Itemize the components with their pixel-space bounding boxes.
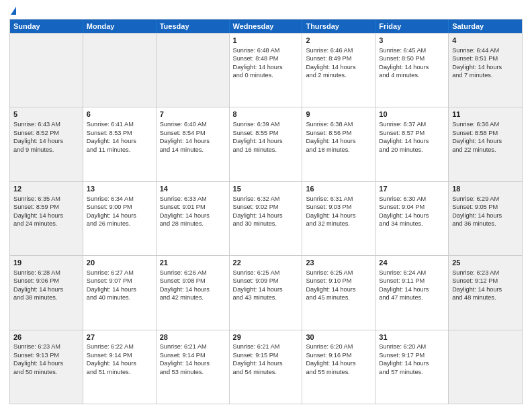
- day-number: 5: [13, 109, 79, 120]
- cal-cell: 13Sunrise: 6:34 AMSunset: 9:00 PMDayligh…: [83, 182, 157, 255]
- cell-info-line: and 45 minutes.: [306, 293, 371, 302]
- cell-info-line: Daylight: 14 hours: [160, 285, 226, 293]
- cell-info-line: and 18 minutes.: [306, 146, 371, 154]
- day-number: 8: [233, 109, 299, 120]
- cell-info-line: Sunrise: 6:24 AM: [379, 269, 445, 277]
- cell-info-line: Sunset: 9:16 PM: [306, 351, 371, 359]
- cell-info-line: Sunrise: 6:43 AM: [13, 120, 79, 128]
- cell-info-line: Daylight: 14 hours: [379, 63, 445, 71]
- cell-info-line: Sunrise: 6:41 AM: [87, 120, 152, 128]
- cell-info-line: and 2 minutes.: [306, 71, 371, 79]
- cell-info-line: Daylight: 14 hours: [13, 285, 79, 293]
- calendar-header: SundayMondayTuesdayWednesdayThursdayFrid…: [10, 19, 522, 33]
- cell-info-line: and 53 minutes.: [160, 368, 226, 376]
- day-number: 18: [452, 184, 519, 194]
- cal-cell: 11Sunrise: 6:36 AMSunset: 8:58 PMDayligh…: [449, 107, 522, 181]
- cal-row-1: 5Sunrise: 6:43 AMSunset: 8:52 PMDaylight…: [10, 107, 522, 181]
- cell-info-line: Daylight: 14 hours: [13, 212, 79, 220]
- cell-info-line: Sunrise: 6:25 AM: [233, 269, 299, 277]
- cell-info-line: Daylight: 14 hours: [306, 359, 371, 367]
- cell-info-line: Daylight: 14 hours: [160, 137, 226, 145]
- page: SundayMondayTuesdayWednesdayThursdayFrid…: [0, 0, 532, 411]
- cell-info-line: Daylight: 14 hours: [306, 137, 371, 145]
- cell-info-line: Sunset: 8:48 PM: [233, 54, 299, 62]
- cell-info-line: and 32 minutes.: [306, 220, 371, 228]
- cell-info-line: Sunset: 8:50 PM: [379, 54, 445, 62]
- day-number: 26: [13, 332, 79, 342]
- cell-info-line: Sunset: 9:15 PM: [233, 351, 299, 359]
- cell-info-line: Daylight: 14 hours: [13, 359, 79, 367]
- cell-info-line: Daylight: 14 hours: [87, 285, 152, 293]
- cell-info-line: and 38 minutes.: [13, 293, 79, 302]
- cal-row-4: 26Sunrise: 6:23 AMSunset: 9:13 PMDayligh…: [10, 330, 522, 404]
- day-number: 20: [87, 258, 152, 268]
- cell-info-line: and 30 minutes.: [233, 220, 299, 228]
- cell-info-line: Daylight: 14 hours: [233, 285, 299, 293]
- cal-cell: 26Sunrise: 6:23 AMSunset: 9:13 PMDayligh…: [10, 330, 83, 404]
- cell-info-line: and 36 minutes.: [452, 220, 519, 228]
- cell-info-line: Sunset: 9:02 PM: [233, 203, 299, 211]
- cell-info-line: Sunset: 9:07 PM: [87, 277, 152, 285]
- cell-info-line: Sunset: 8:57 PM: [379, 129, 445, 137]
- cell-info-line: and 48 minutes.: [452, 293, 519, 302]
- cal-cell: 21Sunrise: 6:26 AMSunset: 9:08 PMDayligh…: [157, 256, 230, 329]
- cell-info-line: and 54 minutes.: [233, 368, 299, 376]
- cell-info-line: Sunset: 9:06 PM: [13, 277, 79, 285]
- day-number: 6: [87, 109, 152, 120]
- cell-info-line: and 28 minutes.: [160, 220, 226, 228]
- cal-cell: 22Sunrise: 6:25 AMSunset: 9:09 PMDayligh…: [230, 256, 303, 329]
- day-number: 29: [233, 332, 299, 342]
- calendar: SundayMondayTuesdayWednesdayThursdayFrid…: [9, 19, 523, 404]
- header-day-friday: Friday: [375, 19, 449, 33]
- cal-cell: 8Sunrise: 6:39 AMSunset: 8:55 PMDaylight…: [230, 107, 303, 181]
- cell-info-line: and 4 minutes.: [379, 71, 445, 79]
- cal-cell: 23Sunrise: 6:25 AMSunset: 9:10 PMDayligh…: [302, 256, 375, 329]
- cell-info-line: Daylight: 14 hours: [379, 285, 445, 293]
- cell-info-line: Sunset: 9:11 PM: [379, 277, 445, 285]
- header-day-wednesday: Wednesday: [230, 19, 303, 33]
- cell-info-line: Sunset: 9:12 PM: [452, 277, 519, 285]
- cell-info-line: Sunrise: 6:23 AM: [452, 269, 519, 277]
- cell-info-line: Sunset: 8:58 PM: [452, 129, 519, 137]
- cell-info-line: Sunset: 9:17 PM: [379, 351, 445, 359]
- cal-cell: [10, 34, 83, 107]
- cell-info-line: and 42 minutes.: [160, 293, 226, 302]
- cell-info-line: Sunrise: 6:32 AM: [233, 195, 299, 203]
- cell-info-line: Sunset: 9:03 PM: [306, 203, 371, 211]
- cell-info-line: Sunset: 9:09 PM: [233, 277, 299, 285]
- day-number: 15: [233, 184, 299, 194]
- header-day-saturday: Saturday: [449, 19, 522, 33]
- cell-info-line: Sunrise: 6:38 AM: [306, 120, 371, 128]
- day-number: 12: [13, 184, 79, 194]
- cal-cell: 1Sunrise: 6:48 AMSunset: 8:48 PMDaylight…: [230, 34, 303, 107]
- cell-info-line: Sunset: 9:08 PM: [160, 277, 226, 285]
- cell-info-line: Daylight: 14 hours: [452, 212, 519, 220]
- cell-info-line: and 50 minutes.: [13, 368, 79, 376]
- cell-info-line: Sunrise: 6:27 AM: [87, 269, 152, 277]
- cell-info-line: Sunrise: 6:21 AM: [233, 342, 299, 351]
- cell-info-line: Sunrise: 6:22 AM: [87, 342, 152, 351]
- cal-cell: 18Sunrise: 6:29 AMSunset: 9:05 PMDayligh…: [449, 182, 522, 255]
- cell-info-line: Sunrise: 6:29 AM: [452, 195, 519, 203]
- cell-info-line: Sunset: 8:49 PM: [306, 54, 371, 62]
- cal-cell: 25Sunrise: 6:23 AMSunset: 9:12 PMDayligh…: [449, 256, 522, 329]
- cell-info-line: Sunset: 9:01 PM: [160, 203, 226, 211]
- cal-row-0: 1Sunrise: 6:48 AMSunset: 8:48 PMDaylight…: [10, 33, 522, 107]
- cal-cell: 15Sunrise: 6:32 AMSunset: 9:02 PMDayligh…: [230, 182, 303, 255]
- cell-info-line: and 55 minutes.: [306, 368, 371, 376]
- cal-cell: 24Sunrise: 6:24 AMSunset: 9:11 PMDayligh…: [375, 256, 449, 329]
- cell-info-line: Daylight: 14 hours: [87, 137, 152, 145]
- cell-info-line: Sunset: 8:52 PM: [13, 129, 79, 137]
- cell-info-line: Sunset: 9:10 PM: [306, 277, 371, 285]
- cell-info-line: Sunrise: 6:25 AM: [306, 269, 371, 277]
- cal-cell: 10Sunrise: 6:37 AMSunset: 8:57 PMDayligh…: [375, 107, 449, 181]
- header-day-monday: Monday: [83, 19, 157, 33]
- cell-info-line: Daylight: 14 hours: [233, 63, 299, 71]
- cal-cell: 31Sunrise: 6:20 AMSunset: 9:17 PMDayligh…: [375, 330, 449, 404]
- day-number: 31: [379, 332, 445, 342]
- day-number: 27: [87, 332, 152, 342]
- cell-info-line: Daylight: 14 hours: [306, 285, 371, 293]
- cell-info-line: Sunrise: 6:33 AM: [160, 195, 226, 203]
- cell-info-line: Sunset: 9:14 PM: [87, 351, 152, 359]
- cell-info-line: Sunset: 8:59 PM: [13, 203, 79, 211]
